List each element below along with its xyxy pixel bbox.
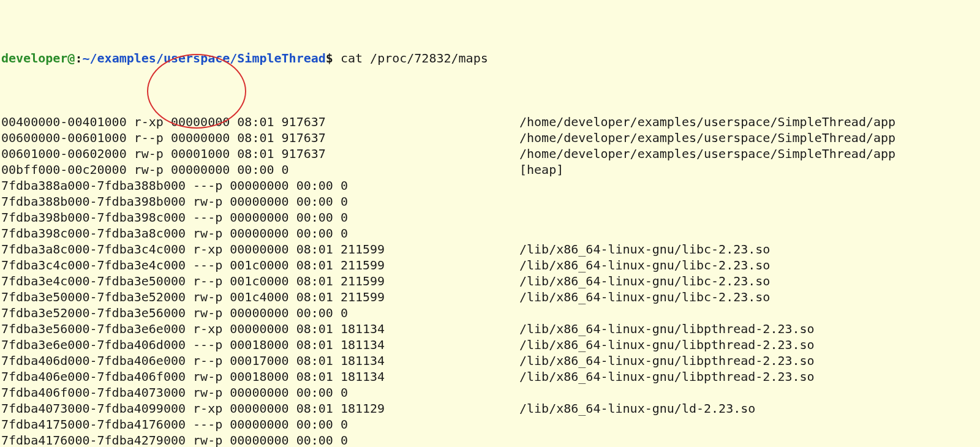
terminal-output[interactable]: developer@:~/examples/userspace/SimpleTh…: [0, 0, 980, 447]
maps-row: 7fdba406e000-7fdba406f000 rw-p 00018000 …: [1, 369, 979, 385]
maps-row: 7fdba3e52000-7fdba3e56000 rw-p 00000000 …: [1, 305, 979, 321]
maps-row-left: 7fdba3a8c000-7fdba3c4c000 r-xp 00000000 …: [1, 241, 519, 257]
maps-row: 7fdba3e56000-7fdba3e6e000 r-xp 00000000 …: [1, 321, 979, 337]
maps-row-left: 7fdba3e56000-7fdba3e6e000 r-xp 00000000 …: [1, 321, 519, 337]
maps-row-left: 00400000-00401000 r-xp 00000000 08:01 91…: [1, 114, 519, 130]
maps-row-left: 7fdba3e50000-7fdba3e52000 rw-p 001c4000 …: [1, 289, 519, 305]
maps-row-left: 7fdba3c4c000-7fdba3e4c000 ---p 001c0000 …: [1, 257, 519, 273]
maps-row-left: 7fdba3e4c000-7fdba3e50000 r--p 001c0000 …: [1, 273, 519, 289]
maps-row-left: 00bff000-00c20000 rw-p 00000000 00:00 0: [1, 162, 519, 178]
maps-row: 7fdba3c4c000-7fdba3e4c000 ---p 001c0000 …: [1, 257, 979, 273]
maps-row: 7fdba4175000-7fdba4176000 ---p 00000000 …: [1, 416, 979, 432]
maps-row-path: /lib/x86_64-linux-gnu/libc-2.23.so: [519, 273, 770, 289]
maps-row: 7fdba4176000-7fdba4279000 rw-p 00000000 …: [1, 432, 979, 447]
maps-row-left: 7fdba388b000-7fdba398b000 rw-p 00000000 …: [1, 193, 519, 209]
maps-row-path: /lib/x86_64-linux-gnu/libc-2.23.so: [519, 241, 770, 257]
prompt-user: developer@: [1, 50, 75, 66]
maps-row: 7fdba398b000-7fdba398c000 ---p 00000000 …: [1, 209, 979, 225]
maps-row: 00601000-00602000 rw-p 00001000 08:01 91…: [1, 146, 979, 162]
maps-row: 7fdba398c000-7fdba3a8c000 rw-p 00000000 …: [1, 225, 979, 241]
maps-row-path: /home/developer/examples/userspace/Simpl…: [519, 130, 895, 146]
maps-row-path: /lib/x86_64-linux-gnu/libc-2.23.so: [519, 257, 770, 273]
maps-row-path: /home/developer/examples/userspace/Simpl…: [519, 146, 895, 162]
maps-row-left: 7fdba4176000-7fdba4279000 rw-p 00000000 …: [1, 432, 519, 447]
maps-row-left: 00601000-00602000 rw-p 00001000 08:01 91…: [1, 146, 519, 162]
maps-row-path: [heap]: [519, 162, 564, 178]
maps-row: 00600000-00601000 r--p 00000000 08:01 91…: [1, 130, 979, 146]
maps-row-path: /home/developer/examples/userspace/Simpl…: [519, 114, 895, 130]
maps-row: 7fdba3e4c000-7fdba3e50000 r--p 001c0000 …: [1, 273, 979, 289]
maps-row: 7fdba388b000-7fdba398b000 rw-p 00000000 …: [1, 193, 979, 209]
maps-row: 7fdba406f000-7fdba4073000 rw-p 00000000 …: [1, 385, 979, 400]
prompt-colon: :: [75, 50, 82, 66]
maps-row: 00bff000-00c20000 rw-p 00000000 00:00 0[…: [1, 162, 979, 178]
maps-row-left: 7fdba398c000-7fdba3a8c000 rw-p 00000000 …: [1, 225, 519, 241]
maps-row-path: /lib/x86_64-linux-gnu/libpthread-2.23.so: [519, 369, 815, 385]
maps-row-left: 7fdba406e000-7fdba406f000 rw-p 00018000 …: [1, 369, 519, 385]
maps-row: 7fdba406d000-7fdba406e000 r--p 00017000 …: [1, 353, 979, 369]
maps-row-path: /lib/x86_64-linux-gnu/libpthread-2.23.so: [519, 353, 815, 369]
prompt-command: cat /proc/72832/maps: [341, 50, 488, 66]
maps-row: 7fdba3e50000-7fdba3e52000 rw-p 001c4000 …: [1, 289, 979, 305]
maps-row-path: /lib/x86_64-linux-gnu/libpthread-2.23.so: [519, 337, 815, 353]
maps-row-left: 7fdba4175000-7fdba4176000 ---p 00000000 …: [1, 416, 519, 432]
maps-row-path: /lib/x86_64-linux-gnu/libpthread-2.23.so: [519, 321, 815, 337]
maps-row: 7fdba388a000-7fdba388b000 ---p 00000000 …: [1, 178, 979, 193]
prompt-dollar: $: [326, 50, 341, 66]
maps-row-path: /lib/x86_64-linux-gnu/ld-2.23.so: [519, 400, 755, 416]
maps-row-left: 7fdba406d000-7fdba406e000 r--p 00017000 …: [1, 353, 519, 369]
maps-row-left: 7fdba3e6e000-7fdba406d000 ---p 00018000 …: [1, 337, 519, 353]
prompt-path: ~/examples/userspace/SimpleThread: [82, 50, 325, 66]
maps-row-left: 7fdba388a000-7fdba388b000 ---p 00000000 …: [1, 178, 519, 193]
maps-row-left: 00600000-00601000 r--p 00000000 08:01 91…: [1, 130, 519, 146]
maps-row: 7fdba4073000-7fdba4099000 r-xp 00000000 …: [1, 400, 979, 416]
maps-row-left: 7fdba398b000-7fdba398c000 ---p 00000000 …: [1, 209, 519, 225]
maps-row: 7fdba3a8c000-7fdba3c4c000 r-xp 00000000 …: [1, 241, 979, 257]
maps-row-path: /lib/x86_64-linux-gnu/libc-2.23.so: [519, 289, 770, 305]
maps-rows: 00400000-00401000 r-xp 00000000 08:01 91…: [1, 114, 979, 447]
maps-row: 00400000-00401000 r-xp 00000000 08:01 91…: [1, 114, 979, 130]
maps-row-left: 7fdba406f000-7fdba4073000 rw-p 00000000 …: [1, 385, 519, 400]
prompt-line: developer@:~/examples/userspace/SimpleTh…: [1, 50, 979, 66]
maps-row: 7fdba3e6e000-7fdba406d000 ---p 00018000 …: [1, 337, 979, 353]
maps-row-left: 7fdba3e52000-7fdba3e56000 rw-p 00000000 …: [1, 305, 519, 321]
maps-row-left: 7fdba4073000-7fdba4099000 r-xp 00000000 …: [1, 400, 519, 416]
